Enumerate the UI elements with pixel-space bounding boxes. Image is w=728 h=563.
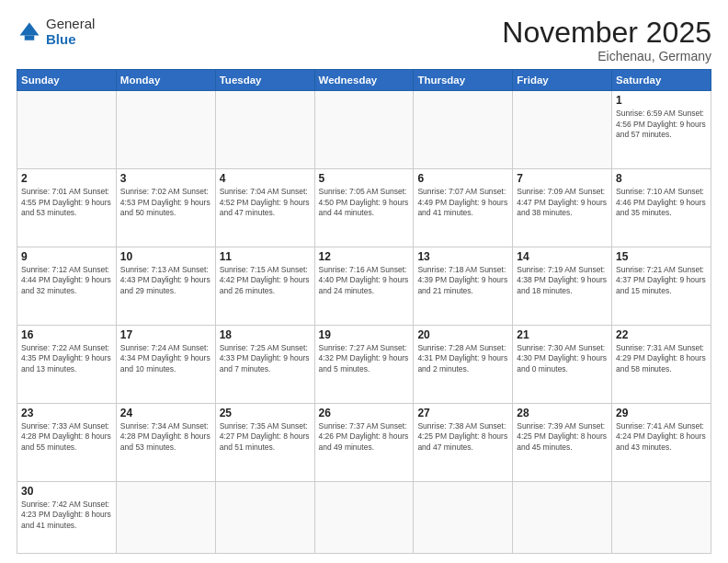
day-number: 6	[417, 172, 508, 185]
table-row: 26Sunrise: 7:37 AM Sunset: 4:26 PM Dayli…	[314, 403, 414, 481]
calendar-table: Sunday Monday Tuesday Wednesday Thursday…	[17, 69, 711, 554]
day-info: Sunrise: 7:30 AM Sunset: 4:30 PM Dayligh…	[517, 343, 608, 374]
day-info: Sunrise: 7:07 AM Sunset: 4:49 PM Dayligh…	[417, 187, 508, 218]
day-number: 15	[616, 250, 707, 263]
day-info: Sunrise: 7:22 AM Sunset: 4:35 PM Dayligh…	[21, 343, 112, 374]
day-info: Sunrise: 7:42 AM Sunset: 4:23 PM Dayligh…	[21, 500, 112, 531]
table-row: 10Sunrise: 7:13 AM Sunset: 4:43 PM Dayli…	[116, 247, 215, 325]
title-area: November 2025 Eichenau, Germany	[502, 17, 711, 63]
table-row	[314, 481, 414, 553]
day-number: 10	[120, 250, 211, 263]
day-number: 13	[417, 250, 508, 263]
header: General Blue November 2025 Eichenau, Ger…	[17, 17, 711, 63]
day-number: 26	[319, 407, 410, 419]
table-row: 8Sunrise: 7:10 AM Sunset: 4:46 PM Daylig…	[612, 169, 711, 247]
table-row	[116, 481, 215, 553]
day-info: Sunrise: 7:01 AM Sunset: 4:55 PM Dayligh…	[21, 187, 112, 218]
header-tuesday: Tuesday	[215, 70, 314, 91]
day-info: Sunrise: 7:35 AM Sunset: 4:27 PM Dayligh…	[220, 421, 311, 453]
table-row: 1Sunrise: 6:59 AM Sunset: 4:56 PM Daylig…	[612, 91, 711, 169]
svg-rect-1	[25, 35, 35, 40]
day-number: 9	[21, 250, 112, 263]
table-row: 27Sunrise: 7:38 AM Sunset: 4:25 PM Dayli…	[414, 403, 513, 481]
day-number: 24	[120, 407, 211, 419]
table-row: 24Sunrise: 7:34 AM Sunset: 4:28 PM Dayli…	[116, 403, 215, 481]
header-friday: Friday	[513, 70, 612, 91]
day-number: 28	[517, 407, 608, 419]
day-info: Sunrise: 7:37 AM Sunset: 4:26 PM Dayligh…	[319, 421, 410, 453]
day-info: Sunrise: 7:31 AM Sunset: 4:29 PM Dayligh…	[616, 343, 707, 374]
header-wednesday: Wednesday	[314, 70, 414, 91]
table-row: 30Sunrise: 7:42 AM Sunset: 4:23 PM Dayli…	[17, 481, 117, 553]
day-number: 4	[220, 172, 311, 185]
day-number: 2	[21, 172, 112, 185]
calendar-header-row: Sunday Monday Tuesday Wednesday Thursday…	[17, 70, 711, 91]
day-info: Sunrise: 6:59 AM Sunset: 4:56 PM Dayligh…	[616, 109, 707, 140]
table-row: 15Sunrise: 7:21 AM Sunset: 4:37 PM Dayli…	[612, 247, 711, 325]
logo: General Blue	[17, 17, 95, 47]
table-row: 28Sunrise: 7:39 AM Sunset: 4:25 PM Dayli…	[513, 403, 612, 481]
day-number: 25	[220, 407, 311, 419]
header-saturday: Saturday	[612, 70, 711, 91]
logo-text: General Blue	[46, 17, 95, 47]
day-info: Sunrise: 7:13 AM Sunset: 4:43 PM Dayligh…	[120, 265, 211, 296]
day-info: Sunrise: 7:38 AM Sunset: 4:25 PM Dayligh…	[417, 421, 508, 453]
day-number: 3	[120, 172, 211, 185]
table-row: 2Sunrise: 7:01 AM Sunset: 4:55 PM Daylig…	[17, 169, 117, 247]
day-number: 27	[417, 407, 508, 419]
day-info: Sunrise: 7:21 AM Sunset: 4:37 PM Dayligh…	[616, 265, 707, 296]
table-row	[414, 481, 513, 553]
day-number: 11	[220, 250, 311, 263]
table-row: 23Sunrise: 7:33 AM Sunset: 4:28 PM Dayli…	[17, 403, 117, 481]
day-info: Sunrise: 7:05 AM Sunset: 4:50 PM Dayligh…	[319, 187, 410, 218]
day-number: 18	[220, 328, 311, 341]
day-info: Sunrise: 7:02 AM Sunset: 4:53 PM Dayligh…	[120, 187, 211, 218]
table-row: 19Sunrise: 7:27 AM Sunset: 4:32 PM Dayli…	[314, 325, 414, 403]
table-row: 21Sunrise: 7:30 AM Sunset: 4:30 PM Dayli…	[513, 325, 612, 403]
table-row	[215, 481, 314, 553]
logo-general-text: General	[46, 17, 95, 32]
logo-blue-text: Blue	[46, 32, 95, 48]
table-row: 5Sunrise: 7:05 AM Sunset: 4:50 PM Daylig…	[314, 169, 414, 247]
day-number: 14	[517, 250, 608, 263]
table-row	[612, 481, 711, 553]
day-info: Sunrise: 7:15 AM Sunset: 4:42 PM Dayligh…	[220, 265, 311, 296]
day-info: Sunrise: 7:39 AM Sunset: 4:25 PM Dayligh…	[517, 421, 608, 453]
table-row	[513, 91, 612, 169]
table-row	[513, 481, 612, 553]
svg-marker-0	[20, 22, 40, 35]
table-row: 12Sunrise: 7:16 AM Sunset: 4:40 PM Dayli…	[314, 247, 414, 325]
table-row: 25Sunrise: 7:35 AM Sunset: 4:27 PM Dayli…	[215, 403, 314, 481]
table-row: 9Sunrise: 7:12 AM Sunset: 4:44 PM Daylig…	[17, 247, 117, 325]
day-info: Sunrise: 7:16 AM Sunset: 4:40 PM Dayligh…	[319, 265, 410, 296]
table-row: 4Sunrise: 7:04 AM Sunset: 4:52 PM Daylig…	[215, 169, 314, 247]
header-monday: Monday	[116, 70, 215, 91]
table-row: 17Sunrise: 7:24 AM Sunset: 4:34 PM Dayli…	[116, 325, 215, 403]
day-number: 23	[21, 407, 112, 419]
day-number: 1	[616, 94, 707, 107]
day-info: Sunrise: 7:28 AM Sunset: 4:31 PM Dayligh…	[417, 343, 508, 374]
day-number: 5	[319, 172, 410, 185]
table-row: 13Sunrise: 7:18 AM Sunset: 4:39 PM Dayli…	[414, 247, 513, 325]
page: General Blue November 2025 Eichenau, Ger…	[0, 0, 728, 563]
day-number: 21	[517, 328, 608, 341]
table-row: 7Sunrise: 7:09 AM Sunset: 4:47 PM Daylig…	[513, 169, 612, 247]
day-info: Sunrise: 7:04 AM Sunset: 4:52 PM Dayligh…	[220, 187, 311, 218]
table-row	[116, 91, 215, 169]
table-row: 11Sunrise: 7:15 AM Sunset: 4:42 PM Dayli…	[215, 247, 314, 325]
day-number: 19	[319, 328, 410, 341]
day-info: Sunrise: 7:10 AM Sunset: 4:46 PM Dayligh…	[616, 187, 707, 218]
day-info: Sunrise: 7:34 AM Sunset: 4:28 PM Dayligh…	[120, 421, 211, 453]
header-sunday: Sunday	[17, 70, 117, 91]
day-info: Sunrise: 7:25 AM Sunset: 4:33 PM Dayligh…	[220, 343, 311, 374]
day-info: Sunrise: 7:41 AM Sunset: 4:24 PM Dayligh…	[616, 421, 707, 453]
day-number: 17	[120, 328, 211, 341]
day-info: Sunrise: 7:12 AM Sunset: 4:44 PM Dayligh…	[21, 265, 112, 296]
day-info: Sunrise: 7:33 AM Sunset: 4:28 PM Dayligh…	[21, 421, 112, 453]
day-number: 20	[417, 328, 508, 341]
day-info: Sunrise: 7:18 AM Sunset: 4:39 PM Dayligh…	[417, 265, 508, 296]
logo-icon	[17, 19, 42, 45]
location: Eichenau, Germany	[502, 49, 711, 63]
table-row	[414, 91, 513, 169]
day-number: 12	[319, 250, 410, 263]
